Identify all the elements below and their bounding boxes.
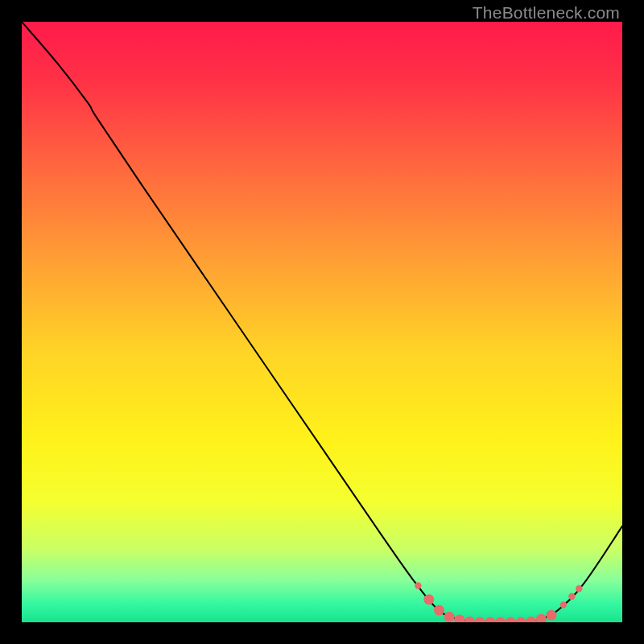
highlight-dot [546,610,556,621]
highlight-dot [415,582,421,588]
chart-background-gradient [22,22,622,622]
highlight-dot [444,612,455,622]
chart-frame [22,22,622,622]
bottleneck-chart [22,22,622,622]
highlight-dot [568,593,575,600]
highlight-dot [576,585,582,592]
highlight-dot [434,605,444,616]
watermark-text: TheBottleneck.com [473,3,620,23]
highlight-dot [560,601,567,608]
highlight-dot [423,594,434,605]
